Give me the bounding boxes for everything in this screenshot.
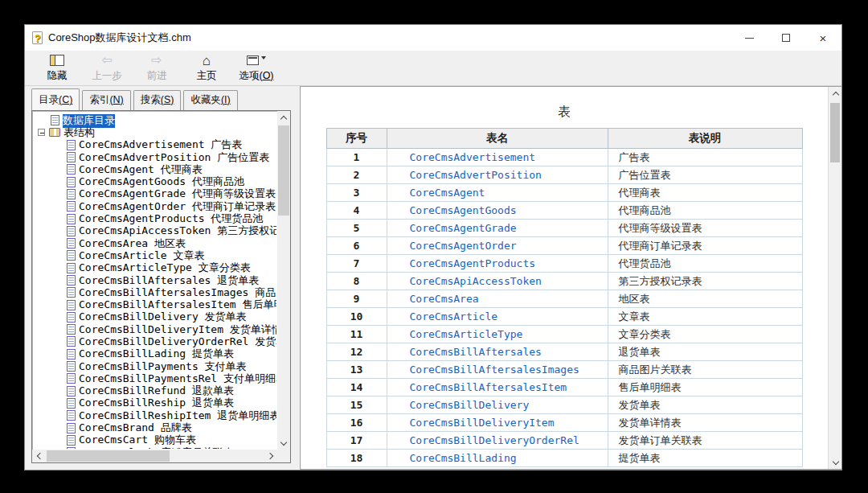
- table-name-cell: CoreCmsAgent: [387, 184, 608, 202]
- tab-favorites[interactable]: 收藏夹I: [183, 90, 237, 110]
- content-vertical-scrollbar[interactable]: [828, 87, 841, 469]
- scroll-right-button[interactable]: [264, 450, 277, 462]
- hide-button[interactable]: 隐藏: [35, 52, 80, 84]
- tab-index[interactable]: 索引N: [82, 90, 130, 110]
- back-button[interactable]: ⇦ 上一步: [84, 52, 129, 84]
- content-vscroll-thumb[interactable]: [830, 103, 840, 162]
- navigation-pane: 目录C 索引N 搜索S 收藏夹I 数据库目录: [25, 86, 296, 470]
- table-name-link[interactable]: CoreCmsAgent: [410, 187, 485, 199]
- row-number-cell: 13: [326, 361, 387, 379]
- table-row: 6 CoreCmsAgentOrder 代理商订单记录表: [326, 237, 802, 255]
- table-name-link[interactable]: CoreCmsBillAftersalesImages: [410, 364, 579, 376]
- tree-horizontal-scrollbar[interactable]: [32, 450, 277, 462]
- table-desc-cell: 代理商订单记录表: [608, 237, 802, 255]
- table-name-cell: CoreCmsBillAftersales: [387, 343, 608, 361]
- options-icon: [247, 55, 259, 65]
- table-name-cell: CoreCmsBillDeliveryOrderRel: [387, 432, 608, 450]
- table-name-cell: CoreCmsAgentGoods: [387, 202, 608, 220]
- close-button[interactable]: ×: [805, 25, 841, 51]
- table-name-link[interactable]: CoreCmsAgentProducts: [410, 257, 536, 269]
- maximize-icon: [782, 34, 790, 42]
- nav-tabs: 目录C 索引N 搜索S 收藏夹I: [31, 89, 291, 110]
- table-row: 8 CoreCmsApiAccessToken 第三方授权记录表: [326, 273, 802, 290]
- table-name-link[interactable]: CoreCmsApiAccessToken: [410, 275, 542, 287]
- table-name-link[interactable]: CoreCmsBillDeliveryOrderRel: [410, 434, 579, 446]
- tab-contents[interactable]: 目录C: [31, 88, 80, 110]
- table-desc-cell: 代理商表: [608, 184, 802, 202]
- row-number-cell: 18: [326, 450, 387, 467]
- tables-tbody: 1 CoreCmsAdvertisement 广告表 2 CoreCmsAdve…: [326, 149, 802, 467]
- table-name-link[interactable]: CoreCmsAdvertPosition: [410, 169, 542, 181]
- window-controls: ×: [731, 25, 841, 51]
- page-icon: [67, 386, 76, 396]
- table-name-link[interactable]: CoreCmsBillDelivery: [410, 399, 530, 411]
- page-icon: [67, 300, 76, 310]
- table-name-link[interactable]: CoreCmsArticle: [410, 310, 498, 323]
- home-button[interactable]: ⌂ 主页: [184, 52, 229, 84]
- table-row: 15 CoreCmsBillDelivery 发货单表: [326, 396, 802, 414]
- hide-pane-icon: [50, 55, 64, 66]
- scroll-up-button[interactable]: [277, 111, 290, 124]
- table-name-cell: CoreCmsAgentProducts: [387, 255, 608, 273]
- dropdown-caret-icon: [261, 56, 266, 60]
- tree-hscroll-thumb[interactable]: [47, 450, 170, 462]
- topic-pane: 表 序号 表名 表说明 1 CoreCmsAdvertisement 广告表 2…: [300, 86, 841, 470]
- table-name-link[interactable]: CoreCmsAgentOrder: [410, 240, 517, 252]
- table-name-link[interactable]: CoreCmsBillLading: [410, 452, 517, 464]
- hscroll-track[interactable]: [45, 450, 264, 462]
- scroll-up-button[interactable]: [829, 87, 841, 100]
- scroll-down-button[interactable]: [277, 437, 290, 450]
- table-row: 11 CoreCmsArticleType 文章分类表: [326, 326, 802, 343]
- page-icon: [67, 226, 76, 236]
- table-name-cell: CoreCmsAdvertPosition: [387, 166, 608, 184]
- tab-search[interactable]: 搜索S: [133, 90, 182, 110]
- table-name-link[interactable]: CoreCmsAgentGrade: [410, 222, 517, 234]
- table-desc-cell: 退货单表: [608, 343, 802, 361]
- contents-tree-panel: 数据库目录 表结构 CoreCmsAdvertisement 广告表 CoreC…: [31, 110, 291, 463]
- column-header-no: 序号: [326, 129, 387, 149]
- row-number-cell: 4: [326, 202, 387, 220]
- tree-item-table[interactable]: CoreCmsClerk 店铺店员关联表: [35, 446, 276, 449]
- row-number-cell: 6: [326, 237, 387, 255]
- toolbar: 隐藏 ⇦ 上一步 ⇨ 前进 ⌂ 主页 选项O: [25, 51, 841, 86]
- table-name-link[interactable]: CoreCmsBillAftersales: [410, 346, 542, 358]
- collapse-minus-icon[interactable]: [38, 129, 45, 136]
- maximize-button[interactable]: [768, 25, 805, 51]
- table-name-cell: CoreCmsBillDelivery: [387, 396, 608, 414]
- row-number-cell: 15: [326, 396, 387, 414]
- column-header-desc: 表说明: [608, 129, 802, 149]
- table-desc-cell: 售后单明细表: [608, 379, 802, 396]
- page-icon: [67, 287, 76, 298]
- page-icon: [67, 238, 76, 249]
- table-name-cell: CoreCmsArea: [387, 290, 608, 308]
- table-name-link[interactable]: CoreCmsArea: [410, 293, 479, 305]
- table-name-link[interactable]: CoreCmsBillAftersalesItem: [410, 381, 567, 393]
- page-icon: [67, 140, 76, 150]
- table-desc-cell: 地区表: [608, 290, 802, 308]
- row-number-cell: 17: [326, 432, 387, 450]
- contents-tree: 数据库目录 表结构 CoreCmsAdvertisement 广告表 CoreC…: [35, 114, 276, 449]
- tree-vscroll-thumb[interactable]: [278, 125, 289, 216]
- forward-button[interactable]: ⇨ 前进: [134, 52, 179, 84]
- table-name-link[interactable]: CoreCmsAdvertisement: [410, 151, 536, 163]
- options-button[interactable]: 选项O: [234, 52, 279, 84]
- scroll-down-button[interactable]: [829, 456, 841, 469]
- forward-arrow-icon: ⇨: [151, 54, 162, 68]
- scroll-left-button[interactable]: [32, 450, 45, 462]
- table-name-link[interactable]: CoreCmsArticleType: [410, 328, 523, 340]
- table-name-link[interactable]: CoreCmsAgentGoods: [410, 204, 517, 216]
- minimize-icon: [745, 38, 754, 39]
- minimize-button[interactable]: [731, 25, 768, 51]
- table-row: 5 CoreCmsAgentGrade 代理商等级设置表: [326, 220, 802, 237]
- table-name-link[interactable]: CoreCmsBillDeliveryItem: [410, 417, 555, 429]
- table-desc-cell: 第三方授权记录表: [608, 273, 802, 290]
- chevron-down-icon: [280, 438, 287, 445]
- close-icon: ×: [820, 32, 827, 44]
- home-icon: ⌂: [203, 54, 211, 68]
- table-row: 14 CoreCmsBillAftersalesItem 售后单明细表: [326, 379, 802, 396]
- row-number-cell: 3: [326, 184, 387, 202]
- table-desc-cell: 发货单表: [608, 396, 802, 414]
- tree-vertical-scrollbar[interactable]: [277, 111, 290, 450]
- table-desc-cell: 文章分类表: [608, 326, 802, 343]
- page-icon: [67, 177, 76, 187]
